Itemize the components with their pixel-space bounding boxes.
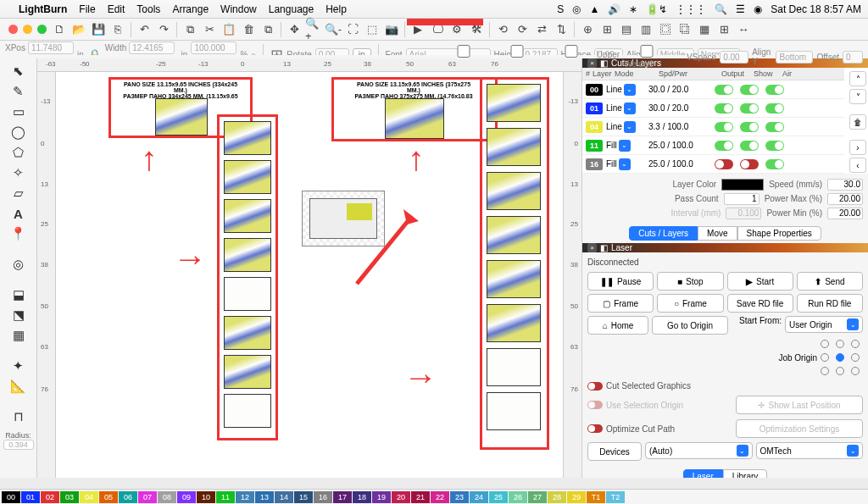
- palette-swatch[interactable]: 28: [548, 491, 566, 503]
- tab-move[interactable]: Move: [698, 226, 737, 241]
- palette-swatch[interactable]: 05: [99, 491, 118, 503]
- tab-laser[interactable]: Laser: [683, 469, 723, 478]
- uppercase-checkbox[interactable]: [548, 45, 594, 58]
- control-center-icon[interactable]: ☰: [736, 3, 745, 15]
- zoom-frame-icon[interactable]: ⬚: [364, 21, 381, 38]
- copy-icon[interactable]: ⧉: [181, 21, 198, 38]
- text-tool-icon[interactable]: A: [9, 204, 28, 223]
- tab-tool-icon[interactable]: ⊓: [9, 407, 28, 426]
- offset-tool-icon[interactable]: ◎: [9, 255, 28, 274]
- design-canvas[interactable]: PANO SIZE 13.15x9.65 INCHES (334x245 MM.…: [56, 72, 563, 478]
- palette-swatch[interactable]: 20: [392, 491, 410, 503]
- palette-swatch[interactable]: 24: [470, 491, 488, 503]
- chevron-left-icon[interactable]: ‹: [849, 158, 866, 173]
- palette-swatch[interactable]: 16: [314, 491, 332, 503]
- offset-input[interactable]: [843, 51, 863, 64]
- zoom-in-icon[interactable]: 🔍+: [305, 21, 322, 38]
- zoom-fit-icon[interactable]: ⛶: [344, 21, 361, 38]
- palette-swatch[interactable]: 02: [41, 491, 59, 503]
- layer-row[interactable]: 11 Fill⌄ 25.0 / 100.0: [582, 136, 844, 155]
- palette-swatch[interactable]: 06: [119, 491, 137, 503]
- grid-icon[interactable]: ▦: [696, 21, 713, 38]
- array-icon[interactable]: ⊞: [715, 21, 732, 38]
- pan-icon[interactable]: ✥: [286, 21, 303, 38]
- camera-icon[interactable]: 📷: [383, 21, 400, 38]
- cut-icon[interactable]: ✂: [201, 21, 218, 38]
- palette-swatch[interactable]: 10: [197, 491, 215, 503]
- menu-help[interactable]: Help: [326, 3, 347, 15]
- layer-row[interactable]: 16 Fill⌄ 25.0 / 100.0: [582, 155, 844, 174]
- layer-row[interactable]: 01 Line⌄ 30.0 / 20.0: [582, 99, 844, 118]
- goto-origin-button[interactable]: Go to Origin: [652, 316, 728, 335]
- boolean-tool-icon[interactable]: ⬔: [9, 306, 28, 324]
- air-toggle[interactable]: [765, 141, 784, 151]
- layer-swatch[interactable]: 00: [586, 84, 603, 96]
- mirror-v-icon[interactable]: ⇅: [553, 21, 570, 38]
- menu-arrange[interactable]: Arrange: [172, 3, 209, 15]
- rotate-right-icon[interactable]: ⟳: [514, 21, 531, 38]
- open-icon[interactable]: 📂: [70, 21, 87, 38]
- ungroup-icon[interactable]: ⿻: [676, 21, 693, 38]
- cut-selected-option[interactable]: Cut Selected Graphics: [587, 380, 863, 391]
- palette-swatch[interactable]: 03: [60, 491, 79, 503]
- output-toggle[interactable]: [715, 159, 733, 169]
- bluetooth-icon[interactable]: ∗: [629, 3, 637, 15]
- show-toggle[interactable]: [740, 141, 759, 151]
- welded-checkbox[interactable]: [624, 45, 670, 58]
- air-toggle[interactable]: [765, 122, 784, 132]
- tab-library[interactable]: Library: [723, 469, 768, 478]
- menu-tools[interactable]: Tools: [136, 3, 160, 15]
- grid-tool-icon[interactable]: ▦: [9, 326, 28, 345]
- hpct-input[interactable]: [191, 42, 236, 54]
- bold-checkbox[interactable]: [441, 45, 487, 58]
- delete-layer-icon[interactable]: 🗑: [849, 114, 866, 130]
- layer-swatch[interactable]: 11: [586, 140, 603, 152]
- redo-icon[interactable]: ↷: [155, 21, 172, 38]
- layer-swatch[interactable]: 04: [586, 121, 603, 133]
- group-icon[interactable]: ⿴: [657, 21, 674, 38]
- italic-checkbox[interactable]: [494, 45, 540, 58]
- search-icon[interactable]: 🔍: [715, 3, 727, 15]
- frame-button[interactable]: ▢ Frame: [587, 294, 654, 313]
- menu-edit[interactable]: Edit: [108, 3, 125, 15]
- palette-swatch[interactable]: 29: [567, 491, 586, 503]
- ellipse-tool-icon[interactable]: ◯: [9, 123, 28, 141]
- startfrom-select[interactable]: User Origin⌄: [785, 316, 863, 333]
- draw-line-icon[interactable]: ✎: [9, 82, 28, 101]
- air-toggle[interactable]: [765, 159, 784, 169]
- laser-panel-header[interactable]: ×◧Laser: [582, 243, 868, 252]
- marker-tool-icon[interactable]: 📍: [9, 224, 28, 243]
- palette-swatch[interactable]: 17: [333, 491, 352, 503]
- palette-swatch[interactable]: 19: [372, 491, 391, 503]
- align-icon[interactable]: ⊕: [579, 21, 596, 38]
- stop-button[interactable]: ■Stop: [657, 272, 723, 291]
- import-icon[interactable]: ⎘: [109, 21, 126, 38]
- start-button[interactable]: ▶Start: [727, 272, 793, 291]
- radial-array-icon[interactable]: ✦: [9, 357, 28, 375]
- distribute-icon[interactable]: ▤: [618, 21, 635, 38]
- move-down-icon[interactable]: ˅: [849, 89, 866, 104]
- run-rd-button[interactable]: Run RD file: [797, 294, 863, 313]
- palette-swatch[interactable]: 14: [275, 491, 293, 503]
- tab-cuts-layers[interactable]: Cuts / Layers: [629, 226, 698, 241]
- layer-color-swatch[interactable]: [721, 179, 764, 191]
- layer-mode[interactable]: Fill⌄: [606, 158, 648, 170]
- canvas-area[interactable]: -63-50-25-130132538506376 -1301325385063…: [37, 58, 581, 478]
- palette-swatch[interactable]: 21: [411, 491, 430, 503]
- tab-shape-properties[interactable]: Shape Properties: [737, 226, 821, 241]
- measure-tool-icon[interactable]: 📐: [9, 377, 28, 396]
- palette-swatch[interactable]: 27: [528, 491, 547, 503]
- status-icon[interactable]: ◎: [572, 3, 581, 15]
- app-name[interactable]: LightBurn: [19, 3, 67, 15]
- distribute-icon[interactable]: ▥: [637, 21, 654, 38]
- output-toggle[interactable]: [715, 85, 733, 95]
- palette-swatch[interactable]: T1: [587, 491, 605, 503]
- chevron-right-icon[interactable]: ›: [849, 140, 866, 155]
- powermin-input[interactable]: [827, 208, 863, 219]
- volume-icon[interactable]: 🔊: [608, 3, 620, 15]
- rectangle-tool-icon[interactable]: ▭: [9, 102, 28, 121]
- xpos-input[interactable]: [28, 42, 74, 54]
- show-toggle[interactable]: [740, 122, 759, 132]
- palette-swatch[interactable]: 01: [21, 491, 40, 503]
- menu-window[interactable]: Window: [220, 3, 257, 15]
